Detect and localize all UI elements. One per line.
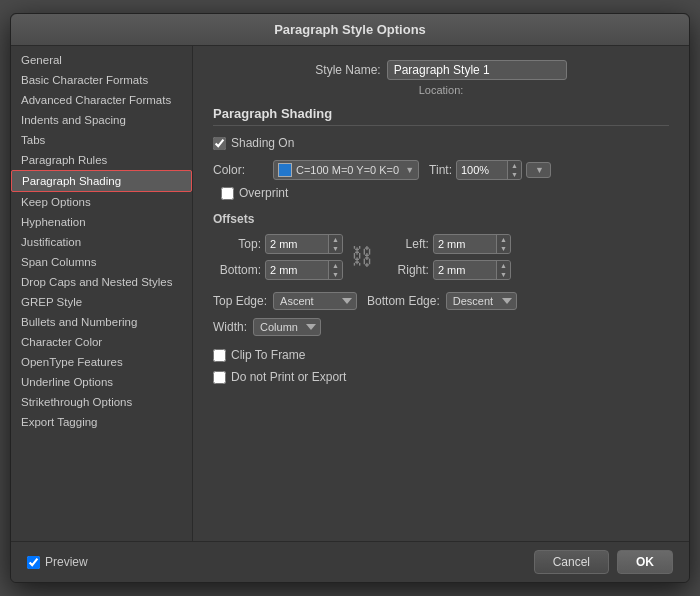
offsets-grid: Top: ▲ ▼ Bottom:: [213, 234, 669, 280]
sidebar-item-basic-char[interactable]: Basic Character Formats: [11, 70, 192, 90]
clip-to-frame-label[interactable]: Clip To Frame: [231, 348, 305, 362]
paragraph-style-dialog: Paragraph Style Options GeneralBasic Cha…: [10, 13, 690, 583]
bottom-down-arrow[interactable]: ▼: [329, 270, 342, 279]
bottom-input[interactable]: [266, 262, 328, 278]
preview-row: Preview: [27, 555, 88, 569]
left-input-wrapper: ▲ ▼: [433, 234, 511, 254]
color-row: Color: C=100 M=0 Y=0 K=0 ▼ Tint: ▲ ▼: [213, 160, 669, 180]
top-edge-label: Top Edge:: [213, 294, 267, 308]
dialog-body: GeneralBasic Character FormatsAdvanced C…: [11, 46, 689, 541]
right-input[interactable]: [434, 262, 496, 278]
tint-label: Tint:: [429, 163, 452, 177]
sidebar-item-grep-style[interactable]: GREP Style: [11, 292, 192, 312]
tint-up-arrow[interactable]: ▲: [508, 161, 521, 170]
link-icon[interactable]: ⛓: [351, 244, 373, 270]
tint-row: Tint: ▲ ▼ ▼: [429, 160, 551, 180]
shading-on-checkbox[interactable]: [213, 137, 226, 150]
bottom-edge-select[interactable]: Descent Baseline Leading: [446, 292, 517, 310]
bottom-edge-label: Bottom Edge:: [367, 294, 440, 308]
tint-down-arrow[interactable]: ▼: [508, 170, 521, 179]
top-field-group: Top: ▲ ▼: [213, 234, 343, 254]
tint-input[interactable]: [457, 162, 507, 178]
footer-buttons: Cancel OK: [534, 550, 673, 574]
sidebar-item-paragraph-rules[interactable]: Paragraph Rules: [11, 150, 192, 170]
do-not-print-checkbox[interactable]: [213, 371, 226, 384]
top-up-arrow[interactable]: ▲: [329, 235, 342, 244]
offsets-section: Offsets Top: ▲ ▼: [213, 212, 669, 280]
right-label: Right:: [381, 263, 429, 277]
left-arrows: ▲ ▼: [496, 235, 510, 253]
main-content: Style Name: Location: Paragraph Shading …: [193, 46, 689, 541]
sidebar-item-opentype[interactable]: OpenType Features: [11, 352, 192, 372]
bottom-label: Bottom:: [213, 263, 261, 277]
sidebar: GeneralBasic Character FormatsAdvanced C…: [11, 46, 193, 541]
style-name-input[interactable]: [387, 60, 567, 80]
clip-to-frame-row: Clip To Frame: [213, 348, 669, 362]
left-up-arrow[interactable]: ▲: [497, 235, 510, 244]
sidebar-item-bullets[interactable]: Bullets and Numbering: [11, 312, 192, 332]
cancel-button[interactable]: Cancel: [534, 550, 609, 574]
location-row: Location:: [213, 84, 669, 96]
clip-to-frame-checkbox[interactable]: [213, 349, 226, 362]
do-not-print-label[interactable]: Do not Print or Export: [231, 370, 346, 384]
sidebar-item-paragraph-shading[interactable]: Paragraph Shading: [11, 170, 192, 192]
color-arrow-icon: ▼: [405, 165, 414, 175]
top-label: Top:: [213, 237, 261, 251]
sidebar-item-strikethrough[interactable]: Strikethrough Options: [11, 392, 192, 412]
left-input[interactable]: [434, 236, 496, 252]
tint-spinner: ▲ ▼: [456, 160, 522, 180]
shading-on-row: Shading On: [213, 136, 669, 150]
bottom-edge-group: Bottom Edge: Descent Baseline Leading: [367, 292, 517, 310]
sidebar-item-char-color[interactable]: Character Color: [11, 332, 192, 352]
ok-button[interactable]: OK: [617, 550, 673, 574]
top-input-wrapper: ▲ ▼: [265, 234, 343, 254]
location-label: Location:: [419, 84, 464, 96]
dialog-title-bar: Paragraph Style Options: [11, 14, 689, 46]
edges-row: Top Edge: Ascent Cap Height Leading x He…: [213, 292, 669, 310]
top-arrows: ▲ ▼: [328, 235, 342, 253]
offsets-left-col: Top: ▲ ▼ Bottom:: [213, 234, 343, 280]
tint-dropdown[interactable]: ▼: [526, 162, 551, 178]
color-label: Color:: [213, 163, 263, 177]
dialog-title: Paragraph Style Options: [274, 22, 426, 37]
bottom-arrows: ▲ ▼: [328, 261, 342, 279]
sidebar-item-advanced-char[interactable]: Advanced Character Formats: [11, 90, 192, 110]
sidebar-item-general[interactable]: General: [11, 50, 192, 70]
right-down-arrow[interactable]: ▼: [497, 270, 510, 279]
sidebar-item-tabs[interactable]: Tabs: [11, 130, 192, 150]
bottom-field-group: Bottom: ▲ ▼: [213, 260, 343, 280]
sidebar-item-underline[interactable]: Underline Options: [11, 372, 192, 392]
preview-label[interactable]: Preview: [45, 555, 88, 569]
bottom-input-wrapper: ▲ ▼: [265, 260, 343, 280]
top-input[interactable]: [266, 236, 328, 252]
sidebar-item-justification[interactable]: Justification: [11, 232, 192, 252]
sidebar-item-keep-options[interactable]: Keep Options: [11, 192, 192, 212]
width-label: Width:: [213, 320, 247, 334]
tint-arrows: ▲ ▼: [507, 161, 521, 179]
left-down-arrow[interactable]: ▼: [497, 244, 510, 253]
style-name-label: Style Name:: [315, 63, 380, 77]
preview-checkbox[interactable]: [27, 556, 40, 569]
do-not-print-row: Do not Print or Export: [213, 370, 669, 384]
top-edge-group: Top Edge: Ascent Cap Height Leading x He…: [213, 292, 357, 310]
right-input-wrapper: ▲ ▼: [433, 260, 511, 280]
width-select[interactable]: Column Text Page Margins: [253, 318, 321, 336]
overprint-checkbox[interactable]: [221, 187, 234, 200]
color-value: C=100 M=0 Y=0 K=0: [296, 164, 399, 176]
sidebar-item-drop-caps[interactable]: Drop Caps and Nested Styles: [11, 272, 192, 292]
color-dropdown[interactable]: C=100 M=0 Y=0 K=0 ▼: [273, 160, 419, 180]
right-arrows: ▲ ▼: [496, 261, 510, 279]
dialog-footer: Preview Cancel OK: [11, 541, 689, 582]
sidebar-item-indents-spacing[interactable]: Indents and Spacing: [11, 110, 192, 130]
sidebar-item-hyphenation[interactable]: Hyphenation: [11, 212, 192, 232]
right-up-arrow[interactable]: ▲: [497, 261, 510, 270]
sidebar-item-export-tagging[interactable]: Export Tagging: [11, 412, 192, 432]
top-down-arrow[interactable]: ▼: [329, 244, 342, 253]
overprint-label[interactable]: Overprint: [239, 186, 288, 200]
right-field-group: Right: ▲ ▼: [381, 260, 511, 280]
top-edge-select[interactable]: Ascent Cap Height Leading x Height: [273, 292, 357, 310]
shading-on-label[interactable]: Shading On: [231, 136, 294, 150]
left-field-group: Left: ▲ ▼: [381, 234, 511, 254]
sidebar-item-span-columns[interactable]: Span Columns: [11, 252, 192, 272]
bottom-up-arrow[interactable]: ▲: [329, 261, 342, 270]
